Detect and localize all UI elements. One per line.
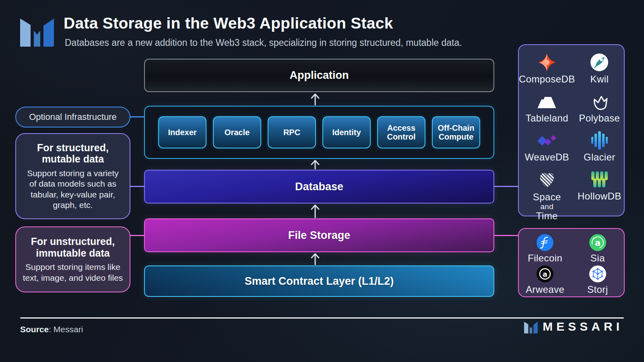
project-caption: Polybase [579, 113, 620, 123]
connector-optional-infra [130, 116, 145, 117]
connector-filestorage-panel [493, 235, 518, 236]
arrow-up-icon [310, 204, 320, 218]
hollowdb-icon [589, 169, 609, 189]
optional-infrastructure-callout: Optional Infrastructure [15, 107, 130, 128]
infographic-page: Data Storage in the Web3 Application Sta… [0, 0, 644, 362]
file-storage-projects-panel: Filecoin a Sia a Arweave [518, 228, 625, 297]
storj-icon [589, 265, 606, 283]
chip-label: Indexer [168, 128, 196, 137]
project-caption: Sia [590, 253, 605, 263]
footer-divider [20, 317, 624, 319]
arrow-up-icon [310, 253, 320, 265]
infra-chip-oracle: Oracle [213, 116, 261, 148]
project-space-and-time: Space and Time [533, 169, 561, 222]
kwil-icon [590, 52, 609, 72]
project-caption: Space and Time [533, 191, 561, 222]
optional-infrastructure-callout-label: Optional Infrastructure [29, 112, 117, 122]
messari-wordmark: MESSARI [543, 320, 623, 333]
project-storj: Storj [587, 265, 608, 296]
file-storage-layer-box: File Storage [144, 218, 494, 252]
application-label: Application [290, 69, 349, 82]
caption-line: and [533, 203, 561, 210]
project-caption: ComposeDB [519, 74, 575, 84]
unstructured-data-callout: For unstructured, immutable data Support… [15, 226, 130, 292]
database-projects-panel: ComposeDB Kwil Tableland [518, 44, 625, 216]
connector-structured-database [130, 186, 145, 187]
infra-chip-identity: Identity [322, 116, 371, 148]
project-glacier: Glacier [584, 130, 615, 169]
connector-database-panel [493, 186, 518, 187]
space-and-time-icon [537, 169, 557, 189]
infra-chip-offchain-compute: Off-Chain Compute [432, 116, 480, 148]
chip-label: Access Control [378, 123, 425, 142]
caption-line: Time [533, 211, 561, 221]
project-sia: a Sia [589, 234, 606, 265]
sia-icon: a [589, 234, 606, 251]
infra-chip-indexer: Indexer [158, 116, 206, 148]
source-label: Source [20, 325, 49, 334]
project-kwil: Kwil [590, 52, 609, 91]
project-caption: Tableland [526, 113, 568, 123]
page-subtitle: Databases are a new addition to the Web3… [65, 37, 462, 48]
structured-callout-heading: For structured, mutable data [23, 142, 122, 165]
database-layer-box: Database [144, 170, 494, 204]
tableland-icon [537, 91, 557, 111]
messari-mark-icon [524, 320, 538, 333]
caption-line: Space [533, 192, 561, 202]
structured-callout-body: Support storing a variety of data models… [23, 168, 122, 211]
svg-text:a: a [543, 270, 547, 278]
messari-mark-icon [20, 14, 54, 47]
project-filecoin: Filecoin [528, 234, 562, 265]
project-caption: HollowDB [578, 191, 621, 201]
source-value: : Messari [49, 325, 83, 334]
composedb-icon [537, 52, 557, 72]
unstructured-callout-heading: For unstructured, immutable data [23, 236, 123, 259]
glacier-icon [590, 130, 609, 150]
project-weavedb: WeaveDB [525, 130, 569, 169]
infra-chip-rpc: RPC [268, 116, 316, 148]
application-layer-box: Application [144, 59, 494, 92]
source-line: Source: Messari [20, 325, 83, 334]
project-caption: Kwil [590, 74, 609, 84]
arweave-icon: a [537, 265, 553, 283]
structured-data-callout: For structured, mutable data Support sto… [15, 133, 130, 219]
footer-brand: MESSARI [524, 320, 623, 333]
weavedb-icon [537, 130, 557, 150]
chip-label: Off-Chain Compute [433, 123, 479, 142]
project-caption: Arweave [526, 285, 564, 294]
svg-text:a: a [595, 238, 601, 248]
chip-label: RPC [283, 128, 300, 137]
database-label: Database [295, 181, 343, 193]
filecoin-icon [537, 234, 553, 251]
chip-label: Identity [332, 128, 361, 137]
polybase-icon [590, 91, 609, 111]
project-caption: WeaveDB [525, 152, 569, 162]
file-storage-label: File Storage [288, 229, 351, 242]
project-arweave: a Arweave [526, 265, 564, 296]
project-composedb: ComposeDB [519, 52, 575, 91]
optional-infrastructure-box: Indexer Oracle RPC Identity Access Contr… [144, 106, 494, 159]
infra-chip-access-control: Access Control [377, 116, 425, 148]
project-tableland: Tableland [526, 91, 568, 130]
arrow-up-icon [310, 93, 320, 105]
unstructured-callout-body: Support storing items like text, image, … [23, 262, 123, 283]
project-caption: Filecoin [528, 253, 562, 263]
arrow-up-icon [310, 159, 320, 169]
project-hollowdb: HollowDB [578, 169, 621, 222]
chip-label: Oracle [225, 128, 250, 137]
smart-contract-layer-box: Smart Contract Layer (L1/L2) [144, 265, 494, 297]
page-title: Data Storage in the Web3 Application Sta… [64, 14, 393, 32]
project-polybase: Polybase [579, 91, 620, 130]
project-caption: Storj [587, 285, 608, 294]
smart-contract-label: Smart Contract Layer (L1/L2) [245, 275, 394, 288]
connector-unstructured-filestorage [130, 235, 145, 236]
project-caption: Glacier [584, 152, 615, 162]
